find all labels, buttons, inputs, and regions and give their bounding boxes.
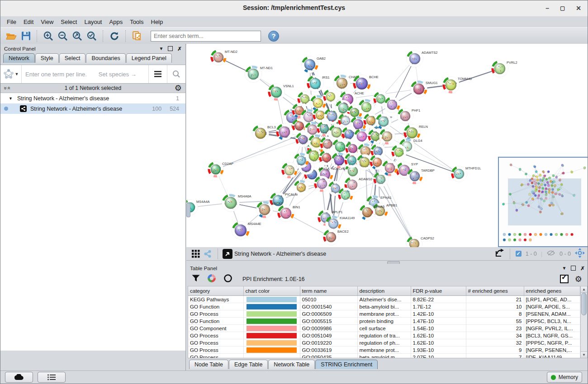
menu-item-select[interactable]: Select [57, 18, 81, 26]
network-node[interactable] [338, 188, 353, 203]
column-header-FDR-p-value[interactable]: FDR p-value [411, 286, 466, 296]
help-icon[interactable]: ? [268, 31, 279, 42]
network-node[interactable]: BCHE [353, 75, 379, 93]
tab-style[interactable]: Style [35, 53, 59, 63]
filter-icon[interactable] [192, 275, 200, 283]
hidden-elements-icon[interactable] [546, 250, 555, 258]
network-node[interactable]: MTHFD1L [451, 166, 481, 182]
tab-network-table[interactable]: Network Table [268, 360, 315, 369]
column-header-enriched-genes[interactable]: enriched genes [524, 286, 580, 296]
enrichment-row[interactable]: GO ProcessGO:0006509membrane prot...1.42… [188, 310, 580, 318]
table-settings-gear-icon[interactable]: ⚙ [575, 275, 582, 283]
horizontal-splitter[interactable] [186, 261, 588, 264]
open-in-new-window-icon[interactable] [223, 249, 232, 259]
string-query-input[interactable]: Enter one term per line. Set species → [22, 71, 148, 78]
search-input[interactable] [151, 31, 261, 42]
tab-edge-table[interactable]: Edge Table [229, 360, 268, 369]
select-rows-icon[interactable] [560, 275, 569, 283]
table-close-panel-icon[interactable]: ✗ [580, 265, 585, 272]
enrichment-chart-icon[interactable] [207, 274, 216, 284]
save-session-button[interactable] [19, 29, 33, 43]
network-node[interactable] [359, 99, 375, 115]
float-panel-icon[interactable] [168, 46, 173, 51]
collection-expand-icon[interactable]: ▼ [9, 96, 13, 101]
scroll-up-icon[interactable]: ▲ [581, 286, 587, 293]
close-button[interactable]: ✕ [576, 4, 581, 13]
network-node[interactable]: CD2AP [208, 162, 233, 178]
menu-item-layout[interactable]: Layout [81, 18, 105, 26]
network-node[interactable]: TOMM40 [443, 77, 472, 94]
network-node[interactable]: VSNL1 [268, 84, 294, 101]
string-options-icon[interactable] [148, 65, 167, 83]
export-network-icon[interactable] [495, 248, 505, 259]
remove-chart-icon[interactable] [223, 274, 232, 284]
column-header-term-name[interactable]: term name [300, 286, 357, 296]
table-float-panel-icon[interactable] [571, 266, 576, 271]
memory-button[interactable]: Memory [547, 372, 582, 383]
menu-item-edit[interactable]: Edit [20, 18, 37, 26]
selected-elements-icon[interactable]: ✓ [516, 251, 522, 257]
menu-item-file[interactable]: File [3, 18, 20, 26]
network-node[interactable]: PVRL2 [492, 61, 517, 77]
enrichment-row[interactable]: GO ProcessGO:0033619membrane prot...1.93… [188, 347, 580, 354]
refresh-icon[interactable] [107, 29, 122, 43]
network-node[interactable]: MT-ND1 [245, 66, 273, 83]
tab-network[interactable]: Network [3, 53, 35, 63]
enrichment-row[interactable]: GO ProcessGO:0050435beta-amyloid m...2.0… [188, 354, 580, 359]
string-network-icon[interactable] [202, 247, 213, 261]
maximize-button[interactable]: ▢ [560, 4, 565, 13]
scroll-down-icon[interactable]: ▼ [581, 351, 587, 358]
enrichment-row[interactable]: GO FunctionGO:0001540beta-amyloid bi...1… [188, 303, 580, 310]
panel-resize-handle[interactable] [186, 203, 190, 217]
tab-boundaries[interactable]: Boundaries [86, 53, 125, 63]
enrichment-row[interactable]: KEGG Pathways05010Alzheimer's dise...8.8… [188, 296, 580, 303]
network-node[interactable]: SMUG1 [411, 81, 438, 98]
network-node[interactable]: CADPS2 [407, 236, 434, 247]
network-node[interactable] [382, 160, 398, 176]
tab-legend-panel[interactable]: Legend Panel [126, 53, 172, 63]
network-node[interactable]: MS4A4E [232, 222, 261, 239]
network-options-gear-icon[interactable]: ⚙ [175, 84, 182, 92]
network-node[interactable] [314, 176, 330, 192]
tab-string-enrichment[interactable]: STRING Enrichment [315, 360, 378, 369]
string-search-icon[interactable] [167, 65, 185, 83]
network-node[interactable]: PHF1 [398, 108, 420, 124]
birds-eye-view[interactable] [498, 157, 588, 247]
menu-item-tools[interactable]: Tools [126, 18, 147, 26]
grid-view-icon[interactable] [190, 247, 202, 261]
network-from-file-icon[interactable] [130, 29, 144, 43]
open-session-button[interactable] [4, 29, 19, 43]
birds-eye-toggle-icon[interactable] [575, 248, 585, 259]
menu-item-apps[interactable]: Apps [106, 18, 127, 26]
zoom-selected-icon[interactable] [85, 29, 99, 43]
scrollbar-thumb[interactable] [581, 293, 587, 315]
network-node[interactable]: TARDBP [407, 169, 435, 184]
zoom-fit-icon[interactable] [70, 29, 85, 43]
expand-all-icon[interactable]: » [5, 87, 12, 90]
network-node[interactable]: IRS1 [307, 75, 330, 92]
enrichment-row[interactable]: GO ProcessGO:0019220regulation of ph...1… [188, 339, 580, 347]
network-node[interactable]: MS4A6A [222, 194, 251, 212]
network-node[interactable]: BCL3 [252, 125, 276, 142]
task-history-button[interactable] [38, 372, 66, 383]
tab-node-table[interactable]: Node Table [189, 360, 228, 369]
network-node[interactable]: ADAMTS2 [407, 51, 438, 67]
column-header-description[interactable]: description [357, 286, 411, 296]
enrichment-row[interactable]: GO ProcessGO:0051049regulation of tra...… [188, 332, 580, 339]
close-panel-icon[interactable]: ✗ [177, 46, 182, 52]
zoom-in-icon[interactable] [41, 29, 56, 43]
tab-select[interactable]: Select [59, 53, 86, 63]
network-collection-row[interactable]: ▼ String Network - Alzheimer's disease 1 [0, 93, 185, 103]
enrichment-row[interactable]: GO FunctionGO:0005515protein binding1.47… [188, 318, 580, 325]
network-node[interactable]: GAB2 [302, 56, 326, 73]
column-header--enriched-genes[interactable]: # enriched genes [466, 286, 524, 296]
menu-item-help[interactable]: Help [147, 18, 167, 26]
column-header-chart-color[interactable]: chart color [243, 286, 300, 296]
table-panel-menu-icon[interactable]: ▼ [562, 266, 566, 271]
cloud-tasks-button[interactable] [5, 372, 33, 383]
network-node[interactable]: BACE2 [323, 229, 349, 245]
string-app-icon[interactable]: ▼ [0, 65, 22, 83]
network-row[interactable]: String Network - Alzheimer's disease 100… [0, 103, 185, 114]
enrichment-row[interactable]: GO ComponentGO:0009986cell surface1.54E-… [188, 325, 580, 332]
network-canvas[interactable]: MT-ND2MT-ND1VSNL1GAB2IRS1CHATBCHEACHEAPO… [186, 44, 588, 248]
